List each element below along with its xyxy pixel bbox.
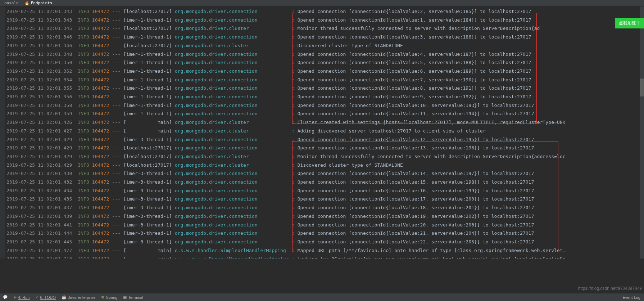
log-thread: [localhost:27017] [123, 26, 172, 31]
log-thread: [imer-3-thread-1] [123, 214, 172, 219]
tab-console[interactable]: onsole [1, 1, 22, 5]
log-timestamp: 2019-07-25 11:02:01.435 [6, 196, 72, 202]
log-message: Opened connection [connectionId{localVal… [298, 196, 534, 202]
log-message: Cluster created with settings {hosts=[lo… [298, 120, 566, 125]
log-timestamp: 2019-07-25 11:02:01.429 [6, 162, 72, 168]
log-pid: 104472 [92, 230, 109, 236]
log-thread: [imer-1-thread-1] [123, 111, 172, 116]
log-level: INFO [78, 205, 89, 210]
log-line: 2019-07-25 11:02:01.444 INFO 104472 --- … [6, 229, 644, 238]
log-pid: 104472 [92, 205, 109, 210]
log-level: INFO [78, 128, 89, 134]
log-text-area[interactable]: 2019-07-25 11:02:01.343 INFO 104472 --- … [0, 6, 644, 259]
bottom-spring[interactable]: ❀ Spring [101, 295, 117, 300]
log-level: INFO [78, 85, 89, 91]
log-colon: : [292, 85, 295, 91]
log-message: Opened connection [connectionId{localVal… [298, 222, 534, 228]
eventlog-label: Event Log [622, 295, 640, 300]
log-thread: [localhost:27017] [123, 162, 172, 168]
log-logger: o.s.w.s.handler.SimpleUrlHandlerMapping [175, 248, 289, 253]
log-timestamp: 2019-07-25 11:02:01.430 [6, 171, 72, 176]
log-line: 2019-07-25 11:02:01.429 INFO 104472 --- … [6, 144, 644, 152]
vertical-scrollbar[interactable] [640, 6, 644, 259]
log-separator: --- [112, 111, 121, 116]
log-message: Opened connection [connectionId{localVal… [298, 34, 531, 40]
bottom-eventlog[interactable]: Event Log [622, 295, 644, 300]
bottom-run[interactable]: ▶ 4: Run [14, 295, 30, 300]
log-line: 2019-07-25 11:02:01.358 INFO 104472 --- … [6, 101, 644, 110]
log-line: 2019-07-25 11:02:01.439 INFO 104472 --- … [6, 212, 644, 221]
log-colon: : [292, 51, 295, 57]
bottom-terminal[interactable]: ▣ Terminal [123, 295, 143, 300]
log-separator: --- [112, 196, 121, 202]
log-separator: --- [112, 230, 121, 236]
log-separator: --- [112, 34, 121, 40]
log-timestamp: 2019-07-25 11:02:01.432 [6, 179, 72, 185]
log-logger: org.mongodb.driver.connection [175, 68, 289, 74]
console-output[interactable]: 2019-07-25 11:02:01.343 INFO 104472 --- … [0, 6, 644, 259]
log-line: 2019-07-25 11:02:01.445 INFO 104472 --- … [6, 238, 644, 246]
log-separator: --- [112, 9, 121, 14]
log-colon: : [292, 34, 295, 40]
log-line: 2019-07-25 11:02:01.426 INFO 104472 --- … [6, 118, 644, 127]
log-level: INFO [78, 94, 89, 99]
log-level: INFO [78, 248, 89, 253]
log-timestamp: 2019-07-25 11:02:01.429 [6, 154, 72, 159]
tab-endpoints[interactable]: 🔥 Endpoints [22, 1, 55, 5]
log-colon: : [292, 162, 295, 168]
bottom-java-label: Java Enterprise [68, 295, 95, 300]
log-thread: [imer-1-thread-1] [123, 103, 172, 108]
log-separator: --- [112, 214, 121, 219]
log-logger: org.mongodb.driver.cluster [175, 120, 289, 125]
log-logger: org.mongodb.driver.cluster [175, 43, 289, 48]
log-message: Opened connection [connectionId{localVal… [298, 51, 531, 57]
log-separator: --- [112, 154, 121, 159]
bottom-java[interactable]: ☕ Java Enterprise [62, 295, 95, 300]
log-colon: : [292, 154, 295, 159]
bottom-toolbar: 💬 ▶ 4: Run ✓ 6: TODO ☕ Java Enterprise ❀… [0, 293, 644, 301]
log-timestamp: 2019-07-25 11:02:01.348 [6, 51, 72, 57]
log-level: INFO [78, 77, 89, 82]
bottom-messages[interactable]: 💬 [3, 295, 8, 300]
log-line: 2019-07-25 11:02:01.435 INFO 104472 --- … [6, 195, 644, 203]
log-message: Opened connection [connectionId{localVal… [298, 9, 531, 14]
log-colon: : [292, 171, 295, 176]
log-pid: 104472 [92, 196, 109, 202]
log-separator: --- [112, 179, 121, 185]
log-level: INFO [78, 145, 89, 150]
log-pid: 104472 [92, 26, 109, 31]
log-timestamp: 2019-07-25 11:02:01.352 [6, 68, 72, 74]
log-thread: [imer-3-thread-1] [123, 222, 172, 228]
log-colon: : [292, 111, 295, 116]
log-level: INFO [78, 137, 89, 142]
scrollbar-thumb[interactable] [640, 78, 644, 96]
log-line: 2019-07-25 11:02:01.359 INFO 104472 --- … [6, 109, 644, 118]
log-colon: : [292, 120, 295, 125]
log-pid: 104472 [92, 222, 109, 228]
log-colon: : [292, 77, 295, 82]
log-colon: : [292, 205, 295, 210]
log-colon: : [292, 26, 295, 31]
log-thread: [localhost:27017] [123, 154, 172, 159]
log-line: 2019-07-25 11:02:01.355 INFO 104472 --- … [6, 84, 644, 93]
log-thread: [imer-3-thread-1] [123, 137, 172, 142]
log-level: INFO [78, 120, 89, 125]
log-separator: --- [112, 256, 121, 259]
bottom-todo[interactable]: ✓ 6: TODO [35, 295, 56, 300]
log-thread: [imer-1-thread-1] [123, 51, 172, 57]
log-separator: --- [112, 17, 121, 23]
log-message: Opened connection [connectionId{localVal… [298, 17, 531, 23]
log-pid: 104472 [92, 111, 109, 116]
bottom-run-label: 4: Run [18, 295, 30, 300]
log-logger: org.mongodb.driver.connection [175, 85, 289, 91]
log-line: 2019-07-25 11:02:01.441 INFO 104472 --- … [6, 221, 644, 229]
log-level: INFO [78, 179, 89, 185]
log-pid: 104472 [92, 214, 109, 219]
log-thread: [imer-3-thread-1] [123, 230, 172, 236]
accelerate-button[interactable]: 点我加速！ [615, 18, 644, 28]
log-thread: [imer-1-thread-1] [123, 34, 172, 40]
log-message: Opened connection [connectionId{localVal… [298, 230, 534, 236]
log-colon: : [292, 196, 295, 202]
log-timestamp: 2019-07-25 11:02:01.441 [6, 222, 72, 228]
log-timestamp: 2019-07-25 11:02:01.356 [6, 94, 72, 99]
